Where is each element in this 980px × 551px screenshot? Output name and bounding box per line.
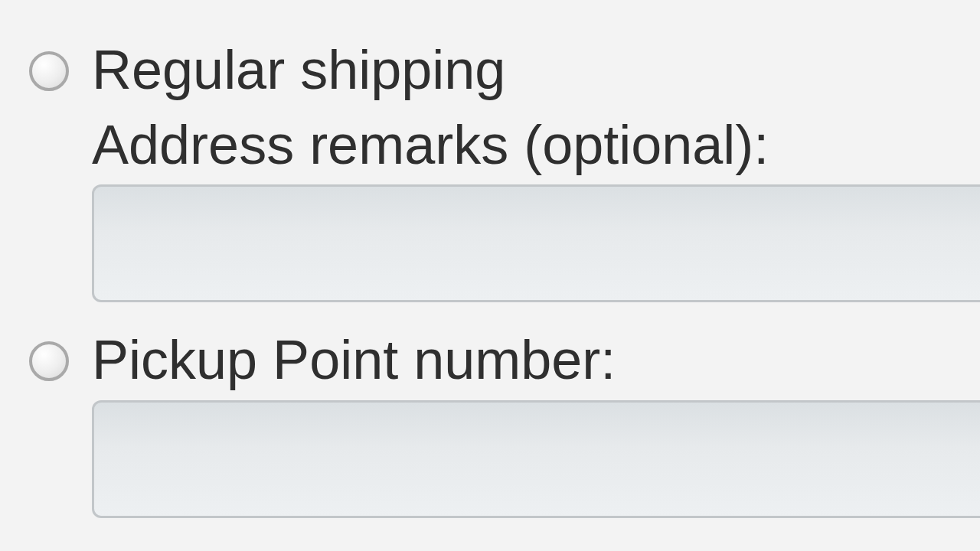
pickup-point-radio[interactable] bbox=[29, 341, 69, 381]
pickup-point-radio-row: Pickup Point number: bbox=[29, 331, 980, 390]
pickup-point-option: Pickup Point number: bbox=[29, 331, 980, 518]
address-remarks-label: Address remarks (optional): bbox=[92, 114, 769, 175]
address-remarks-label-row: Address remarks (optional): bbox=[29, 116, 980, 174]
address-remarks-input[interactable] bbox=[92, 184, 980, 302]
regular-shipping-option: Regular shipping Address remarks (option… bbox=[29, 41, 980, 302]
pickup-point-input-wrap bbox=[29, 400, 980, 518]
pickup-point-label: Pickup Point number: bbox=[92, 331, 616, 390]
pickup-point-input[interactable] bbox=[92, 400, 980, 518]
regular-shipping-label: Regular shipping bbox=[92, 41, 505, 99]
address-remarks-input-wrap bbox=[29, 184, 980, 302]
regular-shipping-radio-row: Regular shipping bbox=[29, 41, 980, 99]
regular-shipping-radio[interactable] bbox=[29, 51, 69, 91]
